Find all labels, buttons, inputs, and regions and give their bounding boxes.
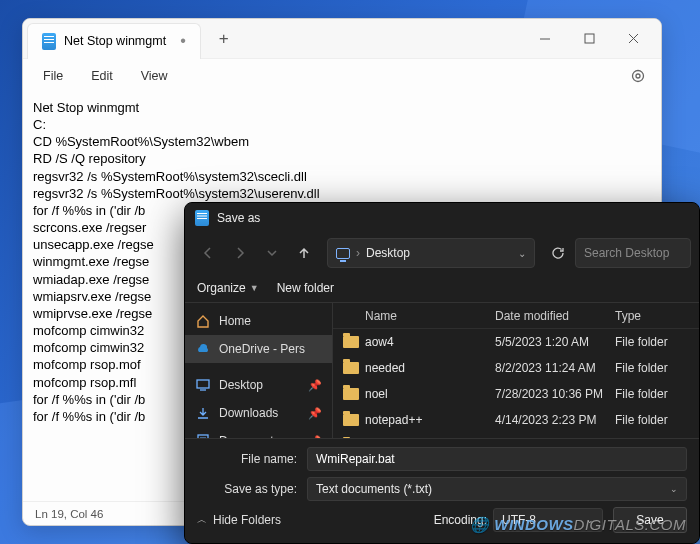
file-type: File folder: [615, 387, 689, 401]
sidebar-item-home[interactable]: Home: [185, 307, 332, 335]
file-row[interactable]: notepad++4/14/2023 2:23 PMFile folder: [333, 407, 699, 433]
file-row[interactable]: aow45/5/2023 1:20 AMFile folder: [333, 329, 699, 355]
gear-icon: [630, 68, 646, 84]
sidebar-item-label: Downloads: [219, 406, 278, 420]
watermark: 🌐 WINDOWSDIGITALS.COM: [470, 516, 686, 534]
sidebar-item-documents[interactable]: Documents📌: [185, 427, 332, 438]
pin-icon: 📌: [308, 407, 322, 420]
notepad-tab[interactable]: Net Stop winmgmt •: [27, 23, 201, 59]
sidebar-item-downloads[interactable]: Downloads📌: [185, 399, 332, 427]
file-type: File folder: [615, 413, 689, 427]
menu-view[interactable]: View: [129, 65, 180, 87]
folder-icon: [343, 362, 359, 374]
search-placeholder: Search Desktop: [584, 246, 669, 260]
search-input[interactable]: Search Desktop: [575, 238, 691, 268]
file-name: aow4: [365, 335, 394, 349]
home-icon: [195, 313, 211, 329]
notepad-icon: [195, 210, 209, 226]
file-type: File folder: [615, 361, 689, 375]
dialog-titlebar: Save as: [185, 203, 699, 233]
minimize-button[interactable]: [523, 19, 567, 59]
arrow-left-icon: [201, 246, 215, 260]
col-type[interactable]: Type: [615, 309, 689, 323]
menu-file[interactable]: File: [31, 65, 75, 87]
new-tab-button[interactable]: +: [207, 24, 241, 54]
maximize-button[interactable]: [567, 19, 611, 59]
filename-input[interactable]: [307, 447, 687, 471]
chevron-down-icon: [267, 248, 277, 258]
download-icon: [195, 405, 211, 421]
nav-recent-button[interactable]: [257, 238, 287, 268]
sidebar-item-label: Home: [219, 314, 251, 328]
file-row[interactable]: needed8/2/2023 11:24 AMFile folder: [333, 355, 699, 381]
dialog-title: Save as: [217, 211, 260, 225]
chevron-down-icon[interactable]: ⌄: [518, 248, 526, 259]
sidebar-item-desktop[interactable]: Desktop📌: [185, 371, 332, 399]
nav-up-button[interactable]: [289, 238, 319, 268]
chevron-up-icon: ︿: [197, 513, 207, 527]
folder-icon: [343, 336, 359, 348]
desktop-icon: [195, 377, 211, 393]
file-date: 8/2/2023 11:24 AM: [495, 361, 615, 375]
path-segment[interactable]: Desktop: [366, 246, 410, 260]
tab-title: Net Stop winmgmt: [64, 34, 166, 48]
sidebar-item-label: Desktop: [219, 378, 263, 392]
file-date: 7/28/2023 10:36 PM: [495, 387, 615, 401]
arrow-up-icon: [297, 246, 311, 260]
column-headers: Name Date modified Type: [333, 303, 699, 329]
file-list: Name Date modified Type aow45/5/2023 1:2…: [333, 303, 699, 438]
window-controls: [523, 19, 655, 59]
desktop-icon: [336, 248, 350, 259]
refresh-button[interactable]: [543, 238, 573, 268]
file-name: noel: [365, 387, 388, 401]
pin-icon: 📌: [308, 379, 322, 392]
svg-point-5: [636, 74, 640, 78]
notepad-menubar: File Edit View: [23, 59, 661, 93]
svg-rect-6: [197, 380, 209, 388]
file-date: 5/5/2023 1:20 AM: [495, 335, 615, 349]
svg-rect-1: [585, 34, 594, 43]
hide-folders-button[interactable]: ︿Hide Folders: [197, 513, 281, 527]
folder-icon: [343, 388, 359, 400]
svg-point-4: [633, 71, 644, 82]
close-button[interactable]: [611, 19, 655, 59]
col-name[interactable]: Name: [343, 309, 495, 323]
refresh-icon: [551, 246, 565, 260]
command-bar: Organize▼ New folder: [185, 273, 699, 303]
notepad-icon: [42, 33, 56, 50]
nav-pane: HomeOneDrive - PersDesktop📌Downloads📌Doc…: [185, 303, 333, 438]
folder-icon: [343, 414, 359, 426]
save-as-dialog: Save as › Desktop ⌄ Search Desktop Organ…: [184, 202, 700, 544]
nav-back-button[interactable]: [193, 238, 223, 268]
sidebar-item-label: OneDrive - Pers: [219, 342, 305, 356]
tab-dirty-indicator: •: [180, 32, 186, 50]
dialog-main: HomeOneDrive - PersDesktop📌Downloads📌Doc…: [185, 303, 699, 438]
savetype-select[interactable]: Text documents (*.txt)⌄: [307, 477, 687, 501]
sidebar-item-onedrive-pers[interactable]: OneDrive - Pers: [185, 335, 332, 363]
organize-menu[interactable]: Organize▼: [197, 281, 259, 295]
file-name: needed: [365, 361, 405, 375]
arrow-right-icon: [233, 246, 247, 260]
file-type: File folder: [615, 335, 689, 349]
settings-button[interactable]: [623, 61, 653, 91]
menu-edit[interactable]: Edit: [79, 65, 125, 87]
file-date: 4/14/2023 2:23 PM: [495, 413, 615, 427]
cloud-icon: [195, 341, 211, 357]
notepad-titlebar: Net Stop winmgmt • +: [23, 19, 661, 59]
col-date[interactable]: Date modified: [495, 309, 615, 323]
file-name: notepad++: [365, 413, 422, 427]
filename-label: File name:: [197, 452, 297, 466]
address-bar[interactable]: › Desktop ⌄: [327, 238, 535, 268]
new-folder-button[interactable]: New folder: [277, 281, 334, 295]
nav-forward-button[interactable]: [225, 238, 255, 268]
file-row[interactable]: Old Desktop Icons3/6/2023 4:14 PMFile fo…: [333, 433, 699, 438]
file-row[interactable]: noel7/28/2023 10:36 PMFile folder: [333, 381, 699, 407]
cursor-position: Ln 19, Col 46: [35, 508, 103, 520]
savetype-label: Save as type:: [197, 482, 297, 496]
nav-toolbar: › Desktop ⌄ Search Desktop: [185, 233, 699, 273]
